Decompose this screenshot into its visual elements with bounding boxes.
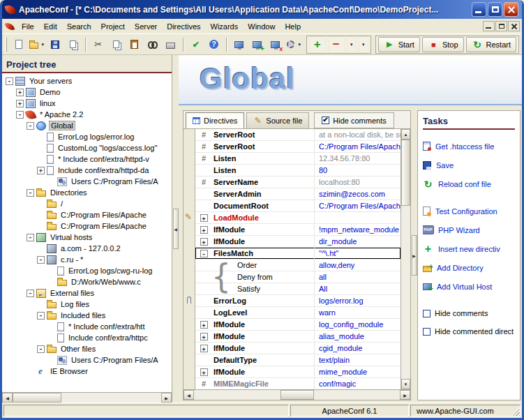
check-config-button[interactable]	[188, 36, 204, 53]
tree-expander[interactable]	[37, 223, 45, 230]
tree-expander[interactable]	[37, 133, 45, 141]
directive-row[interactable]: Listen80	[195, 165, 401, 177]
task-insert-directive[interactable]: Insert new directiv	[423, 241, 515, 256]
tab-source-file[interactable]: Source file	[246, 112, 309, 128]
tree-expander[interactable]	[47, 357, 55, 364]
directive-row[interactable]: +IfModuledir_module	[195, 236, 401, 248]
tree-expander[interactable]: -	[6, 77, 13, 85]
tree-item-vhost-errorlog[interactable]: ErrorLog logs/cwg-ru-log	[3, 265, 172, 276]
tree-expander[interactable]	[37, 245, 45, 253]
tree-expander[interactable]	[47, 178, 55, 186]
tree-expander[interactable]: -	[27, 290, 34, 297]
tree-expander[interactable]: +	[37, 167, 45, 174]
tree-expander[interactable]: -	[37, 345, 45, 353]
save-all-button[interactable]	[65, 36, 82, 53]
menu-edit[interactable]: Edit	[39, 20, 62, 33]
tree-expander[interactable]: -	[16, 111, 24, 119]
mdi-close-button[interactable]	[508, 21, 520, 31]
tree-item-inc-1[interactable]: * Include conf/extra/htt	[3, 321, 172, 332]
collapse-right-button[interactable]: ▶	[412, 235, 417, 276]
find-button[interactable]	[144, 36, 161, 53]
tree-expander[interactable]	[47, 267, 55, 275]
tree-item-demo[interactable]: +Demo	[3, 87, 172, 98]
scroll-right-arrow[interactable]: ▶	[161, 393, 172, 403]
scroll-left-arrow[interactable]: ◀	[2, 393, 13, 403]
collapse-left-button[interactable]: ◀	[173, 209, 179, 249]
open-file-button[interactable]	[29, 36, 45, 53]
tree-horizontal-scrollbar[interactable]: ◀ ▶	[2, 392, 172, 403]
directive-row[interactable]: DefaultTypetext/plain	[195, 354, 401, 366]
close-button[interactable]	[504, 2, 518, 17]
tree-expander[interactable]	[37, 211, 45, 219]
expand-icon[interactable]: +	[200, 368, 208, 376]
task-add-virtual-host[interactable]: Add Virtual Host	[423, 279, 515, 294]
tree-item-log-files[interactable]: Log files	[3, 299, 172, 310]
checkbox-icon[interactable]	[322, 117, 329, 124]
checkbox-icon[interactable]	[423, 310, 431, 317]
tree-item-dir-root[interactable]: /	[3, 198, 172, 209]
directive-row[interactable]: ServerAdminszimin@zecos.com	[195, 188, 401, 200]
tree-expander[interactable]: +	[16, 89, 24, 96]
scroll-thumb[interactable]	[401, 140, 410, 206]
tree-item-dir-2[interactable]: C:/Program Files/Apache	[3, 220, 172, 232]
tree-expander[interactable]: -	[27, 234, 34, 241]
tree-item-customlog[interactable]: CustomLog "logs/access.log"	[3, 142, 172, 153]
scroll-thumb[interactable]	[13, 393, 61, 403]
tree-expander[interactable]: -	[27, 122, 34, 130]
tree-expander[interactable]	[47, 323, 55, 331]
tree-item-vhost-docroot[interactable]: D:/Work/Web/www.c	[3, 276, 172, 287]
save-button[interactable]	[47, 36, 63, 53]
directive-row[interactable]: #ServerRootat a non-local disk, be sure …	[195, 129, 401, 141]
directive-row[interactable]: +IfModule!mpm_netware_module	[195, 224, 401, 236]
stop-server-button[interactable]: Stop	[422, 37, 464, 52]
task-test-configuration[interactable]: Test Configuration	[423, 204, 515, 218]
directive-dropdown-button[interactable]	[347, 36, 357, 53]
task-add-directory[interactable]: Add Directory	[423, 260, 515, 275]
menu-help[interactable]: Help	[280, 20, 306, 33]
tree-expander[interactable]	[37, 156, 45, 163]
tree-item-external-files[interactable]: -External files	[3, 287, 172, 299]
directive-row[interactable]: DocumentRootC:/Program Files/Apache Soft	[195, 200, 401, 212]
scroll-left-arrow[interactable]: ◀	[184, 390, 194, 400]
expand-icon[interactable]: +	[200, 214, 208, 222]
expand-icon[interactable]: +	[200, 226, 208, 234]
tree-item-directories[interactable]: -Directories	[3, 187, 172, 198]
menu-project[interactable]: Project	[96, 20, 130, 33]
directive-row[interactable]: LogLevelwarn	[195, 307, 401, 319]
resize-grip[interactable]	[511, 407, 520, 416]
directive-row[interactable]: +IfModulecgid_module	[195, 343, 401, 354]
start-server-button[interactable]: Start	[378, 37, 420, 52]
directive-row[interactable]: +IfModulealias_module	[195, 331, 401, 343]
mdi-restore-button[interactable]	[495, 21, 507, 31]
menu-search[interactable]: Search	[62, 20, 96, 33]
tree-expander[interactable]	[37, 301, 45, 308]
directive-row[interactable]: #ServerNamelocalhost:80	[195, 177, 401, 188]
checkbox-icon[interactable]	[423, 328, 431, 336]
tree-item-ie-browser[interactable]: IE Browser	[3, 366, 172, 377]
scroll-thumb[interactable]	[280, 390, 314, 400]
server-properties-button[interactable]	[231, 36, 248, 53]
mdi-minimize-button[interactable]	[483, 21, 495, 31]
expand-icon[interactable]: +	[200, 238, 208, 246]
task-get-htaccess[interactable]: Get .htaccess file	[423, 139, 515, 153]
scroll-down-arrow[interactable]: ▼	[401, 379, 410, 389]
expand-icon[interactable]: +	[200, 321, 208, 329]
tree-item-errorlog[interactable]: ErrorLog logs/error.log	[3, 131, 172, 142]
tree-item-users[interactable]: Users C:/Program Files/A	[3, 176, 172, 187]
right-splitter[interactable]: ▶	[411, 110, 417, 400]
tree-expander[interactable]	[47, 278, 55, 286]
table-vertical-scrollbar[interactable]: ▲ ▼	[401, 129, 410, 389]
directive-row[interactable]: #Listen12.34.56.78:80	[195, 153, 401, 165]
scroll-up-arrow[interactable]: ▲	[401, 129, 410, 140]
tree-expander[interactable]: +	[16, 100, 24, 107]
directive-dropdown-button-2[interactable]	[359, 36, 368, 53]
menu-file[interactable]: File	[17, 20, 39, 33]
task-php-wizard[interactable]: PHP Wizard	[423, 223, 515, 237]
restart-server-button[interactable]: Restart	[466, 37, 516, 52]
tree-item-linux[interactable]: +linux	[3, 98, 172, 109]
task-reload-conf[interactable]: Reload conf file	[423, 177, 515, 191]
print-button[interactable]	[163, 36, 179, 53]
menu-wizards[interactable]: Wizards	[206, 20, 244, 33]
menu-directives[interactable]: Directives	[162, 20, 205, 33]
tree-expander[interactable]	[47, 334, 55, 342]
